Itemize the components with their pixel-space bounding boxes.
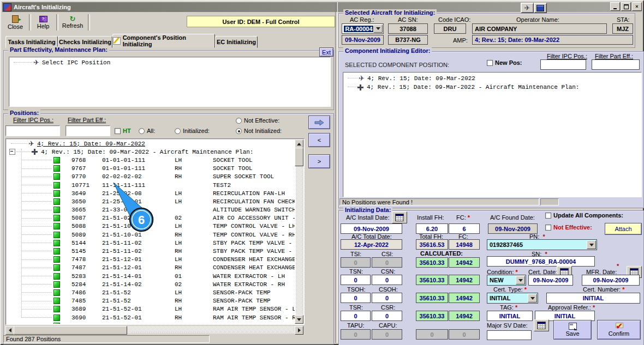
tree-root-plan-label[interactable]: 4; Rev.: 15; Date: 09-Mar-2022 - Aircraf… (41, 149, 253, 155)
pn-combobox[interactable]: 0192837465 (487, 239, 597, 250)
initialized-radio[interactable] (175, 128, 181, 134)
scroll-right-button[interactable] (295, 326, 303, 335)
horizontal-scroll-thumb[interactable] (14, 326, 127, 335)
position-row[interactable]: 7485 21-51-52 RH SENSOR-PACK TEMP (7, 297, 295, 305)
tsr-field[interactable]: 0 (341, 311, 371, 321)
ac-install-date-calendar-button[interactable] (392, 211, 407, 223)
help-button[interactable]: ? Help (31, 13, 55, 32)
tree-root-amp[interactable]: ✈ 4; Rev.: 15; Date: 09-Mar-2022 (7, 140, 295, 148)
filter-ipc-pos-input[interactable] (5, 125, 60, 136)
tab-components-position-initializing[interactable]: Component's Position Initializing (112, 34, 215, 48)
scroll-left-button[interactable] (5, 326, 14, 335)
editor-tree[interactable]: ✈ 4; Rev.: 15; Date: 09-Mar-2022 4; Rev.… (343, 72, 642, 197)
position-row[interactable]: 5088 21-51-10-01 LH TEMP CONTROL VALVE -… (7, 222, 295, 231)
position-row[interactable]: 3665 21-33-04 ALTITUDE WARNING SWITCH (7, 206, 295, 214)
position-row[interactable]: 3690 21-51-52-01 RH RAM AIR TEMP SENSOR … (7, 313, 295, 322)
position-row[interactable]: 9767 01-01-01-111 RH SOCKET TOOL (7, 165, 295, 173)
tsn-field[interactable]: 0 (341, 275, 371, 285)
close-button[interactable]: Close (3, 13, 27, 32)
editor-filter-part-input[interactable] (592, 59, 640, 70)
editor-root-plan[interactable]: 4; Rev.: 15; Date: 09-Mar-2022 - Aircraf… (343, 83, 641, 92)
tree-root-amp-label[interactable]: 4; Rev.: 15; Date: 09-Mar-2022 (37, 141, 145, 147)
positions-tree-list[interactable]: ✈ 4; Rev.: 15; Date: 09-Mar-2022 4; Rev.… (5, 138, 305, 325)
position-row[interactable]: 9770 02-02-02-02 RH SUPER SOCKET TOOL (7, 173, 295, 181)
transfer-arrow-button[interactable] (308, 116, 330, 129)
tag-field[interactable]: INITIAL (487, 311, 533, 321)
scroll-up-button[interactable] (295, 140, 303, 148)
fc-field[interactable]: 6 (449, 223, 480, 234)
ac-reg-dropdown-button[interactable] (373, 25, 383, 33)
position-id: 3689 (71, 306, 102, 312)
sn-field[interactable]: DUMMY_9768_RA-00004 (487, 256, 595, 267)
csr-field[interactable]: 0 (372, 311, 402, 321)
cert-type-combobox[interactable]: INITIAL (487, 293, 538, 304)
position-row[interactable]: 5087 21-51-02-02 02 AIR CO ACCESSORY UNI… (7, 214, 295, 222)
not-effective-radio[interactable] (236, 118, 242, 124)
tab-ec-initializing[interactable]: EC Initializing (215, 36, 258, 48)
update-all-components-checkbox[interactable] (545, 213, 551, 219)
csn-field[interactable]: 0 (372, 275, 402, 285)
editor-filter-ipc-input[interactable] (540, 59, 586, 70)
move-right-button[interactable]: > (308, 154, 330, 168)
position-row[interactable]: 5145 21-51-11-02 RH STBY PACK TEMP VALVE… (7, 247, 295, 255)
horizontal-scrollbar[interactable] (5, 326, 303, 334)
select-ipc-position-node[interactable]: Select IPC Position (42, 59, 110, 66)
aircraft-select-button[interactable]: ✈ (521, 3, 534, 13)
tree-root-plan[interactable]: 4; Rev.: 15; Date: 09-Mar-2022 - Aircraf… (7, 148, 295, 156)
filter-part-eff-input[interactable] (65, 125, 110, 136)
minimize-button[interactable] (610, 2, 620, 11)
part-effectivity-tree[interactable]: ✈ Select IPC Position (9, 57, 331, 107)
position-row[interactable]: 5089 21-51-10-01 RH TEMP CONTROL VALVE -… (7, 231, 295, 239)
not-effective-checkbox[interactable] (545, 225, 551, 231)
editor-root-amp-label[interactable]: 4; Rev.: 15; Date: 09-Mar-2022 (367, 75, 475, 82)
ht-checkbox[interactable] (115, 128, 121, 134)
ac-install-date-field[interactable]: 09-Nov-2009 (341, 223, 402, 234)
mfr-date-field[interactable]: 09-Nov-2009 (582, 275, 640, 286)
cert-type-dropdown-button[interactable] (528, 294, 537, 302)
vertical-scroll-thumb[interactable] (295, 148, 303, 166)
major-sv-date-input[interactable] (487, 330, 532, 340)
pn-dropdown-button[interactable] (587, 240, 596, 249)
position-row[interactable]: 7478 21-51-12-01 LH CONDENSER HEAT EXCHA… (7, 256, 295, 264)
position-row[interactable]: 9768 01-01-01-111 LH SOCKET TOOL (7, 156, 295, 164)
position-row[interactable]: 5284 21-51-14-02 02 WATER EXTRACTOR - RH (7, 280, 295, 288)
major-sv-date-calendar-button[interactable] (534, 319, 549, 331)
position-row[interactable]: 3650 21-25-02-01 LH RECIRCULATION FAN CH… (7, 197, 295, 205)
collapse-expander-icon[interactable] (9, 149, 15, 155)
editor-root-plan-label[interactable]: 4; Rev.: 15; Date: 09-Mar-2022 - Aircraf… (367, 84, 579, 90)
ext-button[interactable]: Ext (319, 47, 333, 57)
position-row[interactable]: 5005 21-60-51-01 01 ZONE TEMPERATURE CON… (7, 322, 295, 324)
cert-number-field[interactable]: INITIAL (546, 293, 640, 304)
tsoh-field[interactable]: 0 (341, 293, 371, 303)
not-initialized-radio[interactable] (236, 128, 242, 134)
attach-button[interactable]: Attach (605, 223, 642, 235)
condition-dropdown-button[interactable] (516, 276, 525, 285)
position-row[interactable]: 5283 21-51-14-01 01 WATER EXTRACTOR - LH (7, 272, 295, 280)
save-button[interactable]: Save (553, 320, 592, 340)
editor-root-amp[interactable]: ✈ 4; Rev.: 15; Date: 09-Mar-2022 (343, 74, 641, 83)
all-radio[interactable] (139, 128, 145, 134)
refresh-button[interactable]: ↻ Refresh (58, 13, 87, 32)
component-cube-icon (53, 323, 60, 324)
move-left-button[interactable]: < (308, 133, 330, 147)
csoh-field[interactable]: 0 (372, 293, 402, 303)
position-id: 3665 (71, 207, 102, 213)
close-window-button[interactable]: × (632, 2, 642, 11)
screen-button[interactable] (534, 3, 547, 13)
position-row[interactable]: 7487 21-51-12-01 RH CONDENSER HEAT EXCHA… (7, 264, 295, 272)
install-fh-field[interactable]: 6.20 (416, 223, 448, 234)
position-row[interactable]: 7486 21-51-52 LH SENSOR-PACK TEMP (7, 288, 295, 296)
ac-reg-combobox[interactable]: RA-00004 (342, 23, 384, 34)
position-row[interactable]: 3649 21-25-02-08 LH RECIRCULATION FAN-LH (7, 189, 295, 197)
confirm-button[interactable]: ✔ Confirm (597, 320, 641, 340)
position-row[interactable]: 3689 21-51-52-01 LH RAM AIR TEMP SENSOR … (7, 305, 295, 313)
restore-button[interactable] (621, 2, 631, 11)
required-marker: * (593, 304, 595, 311)
scroll-down-button[interactable] (295, 315, 303, 324)
position-row[interactable]: 5144 21-51-11-02 LH STBY PACK TEMP VALVE… (7, 239, 295, 247)
condition-combobox[interactable]: NEW (487, 275, 526, 286)
position-row[interactable]: 10771 11-11-11-111 TEST2 (7, 181, 295, 189)
new-pos-checkbox[interactable] (487, 60, 493, 66)
cert-date-field[interactable]: 09-Nov-2009 (528, 275, 573, 286)
vertical-scrollbar[interactable] (296, 140, 303, 324)
